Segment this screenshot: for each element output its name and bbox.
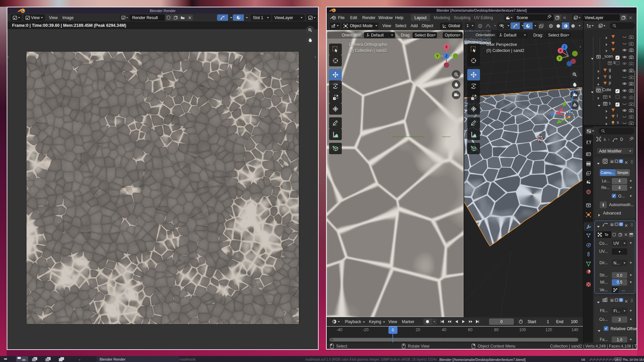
svg-text:Z: Z: [564, 45, 566, 49]
svg-text:Z: Z: [445, 54, 447, 58]
svg-text:X: X: [445, 45, 448, 49]
svg-text:X: X: [559, 49, 562, 53]
svg-text:Y: Y: [558, 57, 561, 60]
svg-text:Y: Y: [436, 54, 439, 58]
